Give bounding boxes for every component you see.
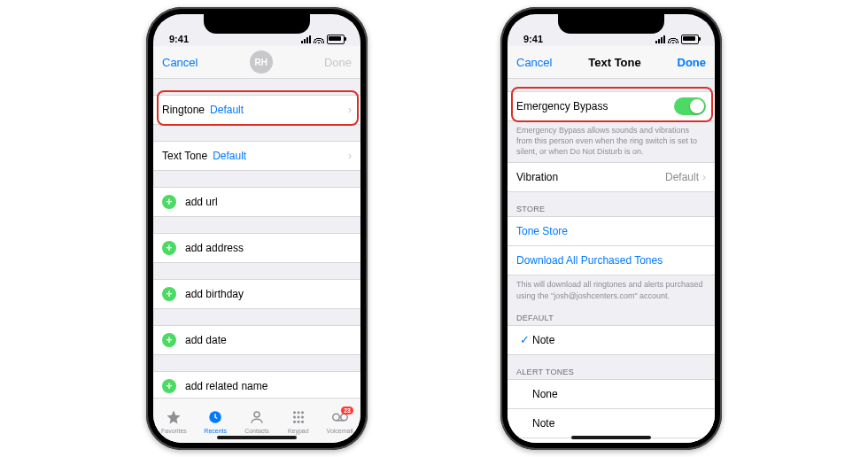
texttone-label: Text Tone [162,150,207,162]
svg-point-7 [301,415,304,418]
tab-contacts[interactable]: Contacts [236,408,278,434]
plus-icon: + [162,195,176,209]
add-related-label: add related name [185,380,267,392]
content: Emergency Bypass Emergency Bypass allows… [508,79,715,443]
tone-store-row[interactable]: Tone Store [508,216,715,246]
alert-tone-row[interactable]: Note [508,409,715,438]
nav-bar: Cancel Text Tone Done [508,46,715,79]
screen-left: 9:41 Cancel RH Done Ringtone Default › [153,14,360,443]
default-tone-label: Note [532,334,554,346]
iphone-right: 9:41 Cancel Text Tone Done Emergency Byp… [500,7,722,450]
tab-label: Keypad [288,428,309,434]
notch [558,14,664,34]
vibration-value: Default [665,171,699,183]
tab-label: Favorites [161,428,187,434]
add-url-row[interactable]: + add url [153,187,360,217]
nav-bar: Cancel RH Done [153,46,360,79]
svg-point-6 [297,415,299,418]
wifi-icon [314,35,324,43]
download-tones-row[interactable]: Download All Purchased Tones [508,246,715,275]
iphone-left: 9:41 Cancel RH Done Ringtone Default › [146,7,368,450]
alert-tone-row[interactable]: None [508,379,715,409]
svg-point-11 [332,414,339,421]
content: Ringtone Default › Text Tone Default › + [153,79,360,398]
ringtone-value: Default [210,104,244,116]
chevron-right-icon: › [348,104,352,116]
texttone-value: Default [213,150,246,162]
default-tone-row[interactable]: ✓ Note [508,325,715,355]
tab-label: Contacts [244,428,269,434]
voicemail-badge: 23 [341,407,353,414]
svg-point-2 [293,411,296,414]
home-indicator[interactable] [571,436,651,439]
add-related-row[interactable]: + add related name [153,371,360,398]
vibration-row[interactable]: Vibration Default › [508,162,715,192]
svg-point-3 [297,411,299,414]
ringtone-row[interactable]: Ringtone Default › [153,95,360,125]
wifi-icon [668,35,678,43]
emergency-bypass-row[interactable]: Emergency Bypass [508,91,715,121]
emergency-bypass-label: Emergency Bypass [516,100,608,112]
chevron-right-icon: › [702,171,706,183]
svg-point-12 [340,414,347,421]
tab-keypad[interactable]: Keypad [277,408,319,434]
download-tones-label: Download All Purchased Tones [516,254,663,267]
add-url-label: add url [185,196,218,208]
keypad-icon [291,408,306,426]
alert-header: ALERT TONES [508,355,715,379]
clock-icon [207,408,223,426]
screen-right: 9:41 Cancel Text Tone Done Emergency Byp… [508,14,715,443]
store-header: STORE [508,192,715,216]
star-icon [166,408,182,426]
cancel-button[interactable]: Cancel [516,56,552,69]
tab-voicemail[interactable]: 23 Voicemail [319,408,360,434]
tab-label: Recents [204,428,227,434]
add-date-row[interactable]: + add date [153,325,360,355]
add-birthday-row[interactable]: + add birthday [153,279,360,309]
plus-icon: + [162,287,176,301]
alert-tone-label: None [532,388,558,400]
plus-icon: + [162,333,176,347]
plus-icon: + [162,241,176,255]
add-address-label: add address [185,242,244,254]
checkmark-icon: ✓ [516,333,532,346]
svg-point-8 [293,420,296,422]
texttone-row[interactable]: Text Tone Default › [153,141,360,171]
battery-icon [681,35,699,44]
avatar[interactable]: RH [250,50,273,74]
emergency-note: Emergency Bypass allows sounds and vibra… [508,121,715,157]
home-indicator[interactable] [217,436,297,439]
plus-icon: + [162,379,176,393]
svg-point-10 [301,420,304,422]
battery-icon [327,35,345,44]
tab-label: Voicemail [327,428,353,434]
clock: 9:41 [169,34,189,44]
page-title: Text Tone [588,56,640,69]
clock: 9:41 [523,34,543,44]
svg-point-1 [254,412,260,417]
cellular-icon [301,35,311,43]
tone-store-label: Tone Store [516,225,568,237]
ringtone-label: Ringtone [162,104,205,116]
person-icon [249,408,265,426]
canvas: 9:41 Cancel RH Done Ringtone Default › [0,0,868,457]
toggle-on-icon[interactable] [674,97,706,115]
add-date-label: add date [185,334,227,346]
add-address-row[interactable]: + add address [153,233,360,263]
alert-tone-label: Note [532,417,554,430]
vibration-label: Vibration [516,171,558,183]
store-note: This will download all ringtones and ale… [508,275,715,300]
cellular-icon [655,35,665,43]
done-button: Done [324,56,352,69]
tab-favorites[interactable]: Favorites [153,408,195,434]
cancel-button[interactable]: Cancel [162,56,198,69]
done-button[interactable]: Done [678,56,707,69]
svg-point-5 [293,415,296,418]
tab-recents[interactable]: Recents [195,408,236,434]
default-header: DEFAULT [508,301,715,325]
svg-point-4 [301,411,304,414]
notch [204,14,310,34]
svg-point-9 [297,420,299,422]
chevron-right-icon: › [348,150,352,162]
add-birthday-label: add birthday [185,288,244,300]
